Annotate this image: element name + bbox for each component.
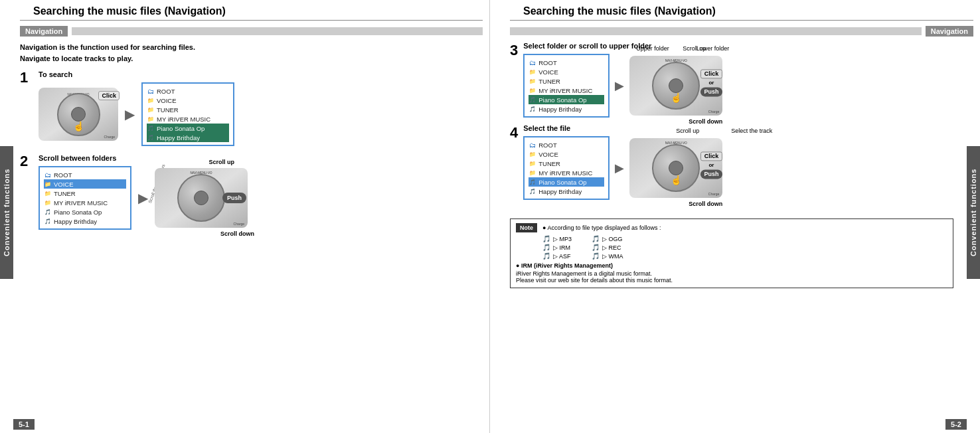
note-intro: ● According to file type displayed as fo… [542, 224, 661, 231]
folder-icon: 📁 [529, 159, 536, 167]
scroll-down-3: Scroll down [689, 118, 722, 125]
or-4: or [708, 162, 714, 168]
music-icon: 🎵 [529, 187, 536, 195]
section-1: 1 To search NAVI-MENU-VO ☝ Charge Click [7, 70, 483, 146]
lower-folder-label: Lower folder [696, 45, 730, 52]
charge-label-1: Charge [104, 135, 115, 139]
section-4-number: 4 [510, 124, 518, 200]
upper-folder-label: Upper folder [636, 45, 669, 52]
folder-icon: 📁 [529, 86, 536, 94]
file-item: 🎵 Happy Brithday [529, 187, 604, 196]
left-page: Convenient functions Searching the music… [0, 0, 490, 433]
charge-3: Charge [708, 110, 719, 114]
root-icon: 🗂 [147, 87, 155, 95]
click-btn-3: Click [700, 69, 723, 78]
folder-icon: 📁 [44, 180, 52, 188]
section-4-content: Select the file 🗂 ROOT 📁 VOICE � [523, 124, 953, 200]
note-label: Note [516, 223, 537, 232]
device-section-2: Scroll through folders Scroll up NAVI-ME… [155, 168, 248, 228]
root-icon: 🗂 [44, 171, 52, 179]
section-2-content: Scroll between folders 🗂 ROOT 📁 VOICE [39, 154, 483, 230]
push-btn-3: Push [700, 87, 722, 96]
page-number-right: 5-2 [945, 419, 967, 430]
note-item-irm: 🎵 ▷ IRM [542, 244, 572, 251]
file-list-4: 🗂 ROOT 📁 VOICE 📁 TUNER 📁 [523, 136, 610, 200]
section-1-label: To search [39, 70, 483, 78]
file-list-3: 🗂 ROOT 📁 VOICE 📁 TUNER 📁 [523, 54, 610, 118]
note-item-wma: 🎵 ▷ WMA [592, 252, 623, 260]
file-item: 🗂 ROOT [529, 58, 604, 67]
note-icon-wma: 🎵 [592, 252, 600, 260]
file-item-highlight: 🎵 Happy Brithday [147, 133, 229, 142]
section-2-number: 2 [20, 154, 33, 230]
click-push-4: Click or Push [700, 151, 723, 179]
finger-icon-1: ☝ [73, 121, 84, 131]
section-4-body: 🗂 ROOT 📁 VOICE 📁 TUNER 📁 [523, 136, 953, 200]
folder-icon: 📁 [529, 150, 536, 158]
file-item: 📁 MY iRIVER MUSIC [529, 168, 604, 177]
left-page-title: Searching the music files (Navigation) [20, 5, 226, 17]
folder-icon: 📁 [529, 77, 536, 85]
select-track-label: Select the track [731, 128, 772, 134]
charge-2: Charge [234, 222, 244, 226]
music-icon: 🎵 [147, 124, 155, 132]
section-1-body: NAVI-MENU-VO ☝ Charge Click ▶ [39, 82, 483, 146]
arrow-2: ▶ [138, 190, 148, 206]
file-list-1: 🗂 ROOT 📁 VOICE 📁 TUNER 📁 [141, 82, 234, 146]
finger-4: ☝ [671, 175, 682, 185]
scroll-down-label: Scroll down [220, 230, 254, 237]
folder-icon: 📁 [147, 106, 155, 114]
scroll-down-4: Scroll down [689, 201, 722, 207]
scroll-up-label-4: Scroll up [676, 128, 699, 134]
folder-icon: 📁 [529, 68, 536, 76]
music-icon: 🎵 [44, 208, 52, 216]
file-item: 🎵 Happy Brithday [44, 217, 126, 226]
music-icon: 🎵 [147, 133, 155, 141]
arrow-1: ▶ [125, 106, 135, 122]
description-left: Navigation is the function used for sear… [7, 42, 483, 64]
file-item: 🎵 Piano Sonata Op [44, 207, 126, 217]
folder-icon: 📁 [529, 169, 536, 177]
device-section-4: Scroll up Select the track NAVI-MENU-VO … [629, 138, 722, 198]
nav-header-right: Navigation [510, 26, 973, 37]
note-col-left: 🎵 ▷ MP3 🎵 ▷ IRM 🎵 ▷ ASF [542, 235, 572, 260]
file-item: 📁 MY iRIVER MUSIC [44, 198, 126, 207]
note-item-ogg: 🎵 ▷ OGG [592, 235, 623, 242]
file-item: 📁 TUNER [529, 159, 604, 168]
center-btn-1 [71, 107, 86, 122]
section-3-body: 🗂 ROOT 📁 VOICE 📁 TUNER 📁 [523, 54, 953, 118]
note-icon-mp3: 🎵 [542, 235, 550, 242]
file-item-highlight: 🎵 Piano Sonata Op [529, 177, 604, 187]
music-icon: 🎵 [529, 96, 536, 104]
device-section-3: Upper folder Scroll up Lower folder NAVI… [629, 56, 722, 116]
section-2: 2 Scroll between folders 🗂 ROOT 📁 VOICE [7, 154, 483, 230]
music-icon: 🎵 [529, 105, 536, 113]
page-container: Convenient functions Searching the music… [0, 0, 980, 433]
device-4: NAVI-MENU-VO ☝ Click or Push C [629, 138, 722, 198]
note-item-asf: 🎵 ▷ ASF [542, 252, 572, 260]
section-1-number: 1 [20, 70, 33, 146]
file-item: 📁 VOICE [147, 96, 229, 105]
page-number-left: 5-1 [13, 419, 35, 430]
note-item-rec: 🎵 ▷ REC [592, 244, 623, 251]
center-btn-3 [669, 78, 683, 93]
arrow-4: ▶ [615, 161, 624, 175]
note-header-row: Note ● According to file type displayed … [516, 223, 947, 232]
folder-icon: 📁 [44, 199, 52, 207]
file-item: 📁 VOICE [529, 67, 604, 76]
nav-label-left: Navigation [20, 26, 68, 37]
note-item-mp3: 🎵 ▷ MP3 [542, 235, 572, 242]
section-4: 4 Select the file 🗂 ROOT 📁 VOICE [510, 124, 973, 200]
sidebar-tab-right: Convenient functions [967, 146, 980, 279]
irm-title: ● IRM (iRiver Rights Management) [516, 262, 947, 269]
right-page: Convenient functions Searching the music… [490, 0, 980, 433]
section-2-body: 🗂 ROOT 📁 VOICE 📁 TUNER 📁 [39, 166, 483, 230]
wheel-4: ☝ [652, 144, 700, 192]
folder-icon: 📁 [147, 115, 155, 123]
file-item: 📁 VOICE [529, 149, 604, 159]
right-page-title: Searching the music files (Navigation) [510, 5, 716, 17]
root-icon: 🗂 [529, 141, 536, 149]
file-item: 📁 TUNER [44, 189, 126, 198]
irm-desc2: Please visit our web site for details ab… [516, 277, 947, 284]
music-icon: 🎵 [529, 178, 536, 186]
